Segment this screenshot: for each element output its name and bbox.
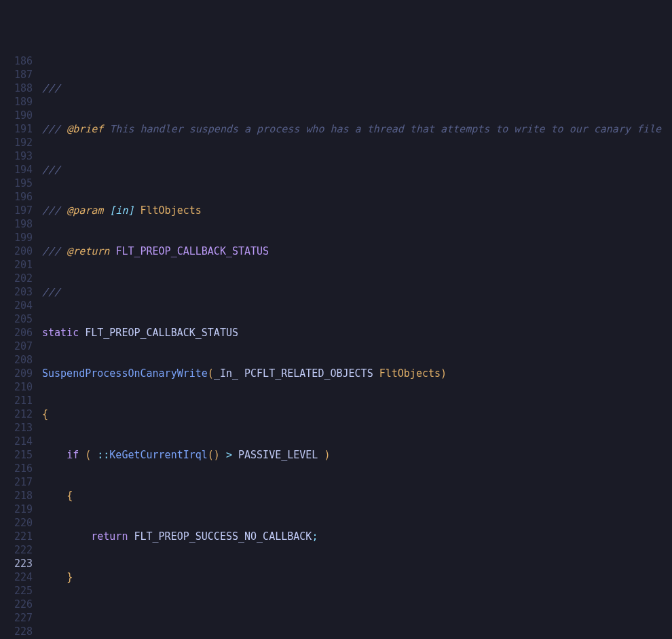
line-number: 189 xyxy=(4,95,33,109)
line-number: 219 xyxy=(4,503,33,516)
line-number: 205 xyxy=(4,312,33,326)
code-area[interactable]: /// /// @brief This handler suspends a p… xyxy=(41,54,672,639)
line-number: 208 xyxy=(4,353,33,367)
line-number: 195 xyxy=(4,177,33,190)
code-line: return FLT_PREOP_SUCCESS_NO_CALLBACK; xyxy=(42,530,672,543)
line-number: 223 xyxy=(4,557,33,570)
line-number: 197 xyxy=(4,204,33,217)
line-number: 225 xyxy=(4,584,33,598)
line-number: 190 xyxy=(4,109,33,122)
line-number: 228 xyxy=(4,625,33,638)
line-number: 194 xyxy=(4,163,33,177)
line-number: 222 xyxy=(4,543,33,557)
line-number: 187 xyxy=(4,68,33,81)
line-number: 201 xyxy=(4,258,33,272)
line-number: 202 xyxy=(4,272,33,285)
line-number: 192 xyxy=(4,136,33,149)
code-line: static FLT_PREOP_CALLBACK_STATUS xyxy=(42,326,672,340)
line-number: 221 xyxy=(4,530,33,543)
line-number: 213 xyxy=(4,421,33,435)
line-number-gutter: 1861871881891901911921931941951961971981… xyxy=(0,54,41,639)
line-number: 226 xyxy=(4,598,33,611)
line-number: 200 xyxy=(4,244,33,258)
line-number: 209 xyxy=(4,367,33,380)
line-number: 216 xyxy=(4,462,33,475)
code-editor[interactable]: 1861871881891901911921931941951961971981… xyxy=(0,54,672,639)
line-number: 220 xyxy=(4,516,33,530)
code-line: SuspendProcessOnCanaryWrite(_In_ PCFLT_R… xyxy=(42,367,672,380)
code-line: /// @brief This handler suspends a proce… xyxy=(42,122,672,136)
line-number: 203 xyxy=(4,285,33,299)
line-number: 210 xyxy=(4,380,33,394)
code-line: /// xyxy=(42,285,672,299)
line-number: 198 xyxy=(4,217,33,231)
line-number: 217 xyxy=(4,475,33,489)
line-number: 196 xyxy=(4,190,33,204)
line-number: 224 xyxy=(4,570,33,584)
code-line: { xyxy=(42,407,672,421)
code-line: /// @return FLT_PREOP_CALLBACK_STATUS xyxy=(42,244,672,258)
line-number: 214 xyxy=(4,435,33,448)
line-number: 204 xyxy=(4,299,33,312)
code-line: /// xyxy=(42,163,672,177)
line-number: 191 xyxy=(4,122,33,136)
line-number: 215 xyxy=(4,448,33,462)
code-line: } xyxy=(42,570,672,584)
line-number: 206 xyxy=(4,326,33,340)
line-number: 188 xyxy=(4,81,33,95)
line-number: 199 xyxy=(4,231,33,244)
line-number: 207 xyxy=(4,340,33,353)
line-number: 227 xyxy=(4,611,33,625)
code-line: if ( ::KeGetCurrentIrql() > PASSIVE_LEVE… xyxy=(42,448,672,462)
code-line: /// @param [in] FltObjects xyxy=(42,204,672,217)
code-line: /// xyxy=(42,81,672,95)
line-number: 218 xyxy=(4,489,33,503)
code-line xyxy=(42,611,672,625)
line-number: 211 xyxy=(4,394,33,407)
line-number: 186 xyxy=(4,54,33,68)
line-number: 193 xyxy=(4,149,33,163)
code-line: { xyxy=(42,489,672,503)
line-number: 212 xyxy=(4,407,33,421)
